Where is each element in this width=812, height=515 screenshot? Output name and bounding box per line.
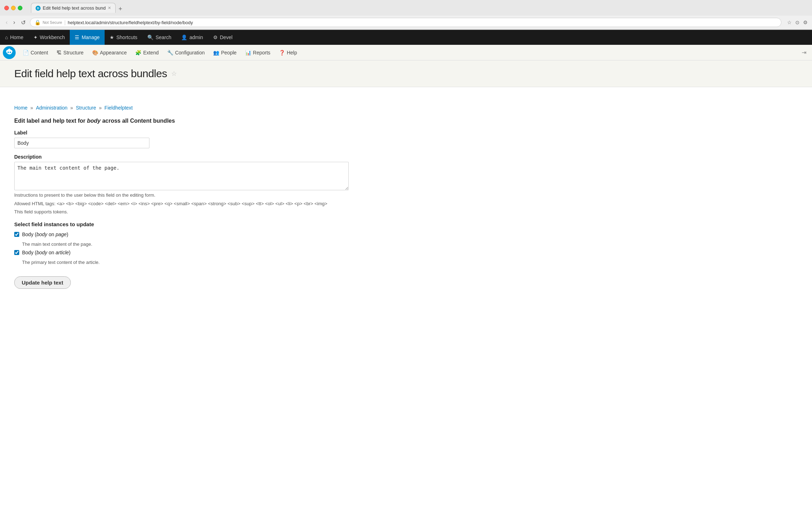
- nav-configuration[interactable]: 🔧 Configuration: [163, 46, 209, 59]
- content-icon: 📄: [23, 50, 29, 55]
- new-tab-button[interactable]: +: [116, 6, 125, 12]
- description-textarea[interactable]: The main text content of the page.: [14, 162, 349, 190]
- active-tab[interactable]: D Edit field help text across bund ✕: [31, 3, 116, 13]
- nav-help[interactable]: ❓ Help: [275, 46, 301, 59]
- body-italic-1: body: [36, 232, 47, 237]
- profile-icon[interactable]: ⊙: [795, 20, 800, 25]
- people-icon: 👥: [213, 50, 219, 55]
- minimize-button[interactable]: [11, 6, 16, 10]
- configuration-icon: 🔧: [167, 50, 173, 55]
- body-italic-2: body: [36, 250, 47, 255]
- svg-point-1: [7, 52, 9, 53]
- checkbox-body-article-description: The primary text content of the article.: [22, 260, 798, 265]
- appearance-icon: 🎨: [92, 50, 98, 55]
- checkbox-body-page[interactable]: [14, 232, 19, 237]
- url-separator: |: [64, 20, 66, 25]
- drupal-logo[interactable]: [3, 46, 16, 59]
- svg-point-2: [10, 52, 11, 53]
- devel-icon: ⚙: [213, 34, 218, 40]
- reports-icon: 📊: [245, 50, 251, 55]
- admin-toolbar: ⌂ Home ✦ Workbench ☰ Manage ★ Shortcuts …: [0, 30, 812, 45]
- toolbar-admin[interactable]: 👤 admin: [176, 30, 208, 45]
- checkbox-body-page-description: The main text content of the page.: [22, 241, 798, 247]
- home-icon: ⌂: [5, 34, 8, 40]
- address-bar[interactable]: 🔒 Not Secure | helptext.local/admin/stru…: [30, 18, 781, 27]
- shortcuts-icon: ★: [110, 34, 114, 40]
- toolbar-home-label: Home: [10, 34, 23, 40]
- browser-title-bar: D Edit field help text across bund ✕ +: [0, 0, 812, 16]
- checkbox-body-page-group: Body (body on page) The main text conten…: [14, 232, 798, 247]
- section-title-prefix: Edit label and help text for: [14, 118, 87, 124]
- bookmark-icon[interactable]: ☆: [787, 20, 792, 25]
- traffic-lights: [4, 6, 22, 10]
- checkbox-body-article[interactable]: [14, 250, 19, 255]
- checkbox-body-article-label[interactable]: Body (body on article): [22, 250, 70, 255]
- checkbox-body-page-item: Body (body on page): [14, 232, 798, 237]
- nav-people[interactable]: 👥 People: [209, 46, 241, 59]
- extend-icon: 🧩: [135, 50, 141, 55]
- description-help-1: Instructions to present to the user belo…: [14, 192, 798, 199]
- forward-button[interactable]: ›: [12, 18, 16, 26]
- url-text[interactable]: helptext.local/admin/structure/fieldhelp…: [68, 20, 777, 25]
- manage-icon: ☰: [75, 34, 79, 40]
- label-input[interactable]: [14, 138, 149, 148]
- page-italic-1: page: [56, 232, 67, 237]
- breadcrumb-sep-1: »: [30, 105, 35, 111]
- checkbox-body-article-item: Body (body on article): [14, 250, 798, 255]
- extensions-icon[interactable]: ⚙: [803, 20, 808, 25]
- main-content: Home » Administration » Structure » Fiel…: [0, 87, 812, 515]
- select-instances-title: Select field instances to update: [14, 221, 798, 227]
- description-form-group: Description The main text content of the…: [14, 154, 798, 216]
- tab-title: Edit field help text across bund: [43, 5, 106, 11]
- toolbar-manage[interactable]: ☰ Manage: [70, 30, 105, 45]
- breadcrumb-structure[interactable]: Structure: [76, 105, 96, 111]
- workbench-icon: ✦: [33, 34, 38, 40]
- secondary-nav-items: 📄 Content 🏗 Structure 🎨 Appearance 🧩 Ext…: [19, 46, 799, 59]
- toolbar-shortcuts[interactable]: ★ Shortcuts: [105, 30, 142, 45]
- article-italic-2: article: [56, 250, 69, 255]
- nav-configuration-label: Configuration: [175, 50, 205, 55]
- nav-content[interactable]: 📄 Content: [19, 46, 52, 59]
- nav-help-label: Help: [287, 50, 297, 55]
- secondary-nav: 📄 Content 🏗 Structure 🎨 Appearance 🧩 Ext…: [0, 45, 812, 60]
- submit-button[interactable]: Update help text: [14, 276, 71, 289]
- description-field-label: Description: [14, 154, 798, 160]
- section-heading: Edit label and help text for body across…: [14, 118, 798, 124]
- toolbar-manage-label: Manage: [81, 34, 100, 40]
- page-title-bar: Edit field help text across bundles ☆: [0, 60, 812, 87]
- toolbar-devel-label: Devel: [220, 34, 233, 40]
- address-bar-row: ‹ › ↺ 🔒 Not Secure | helptext.local/admi…: [0, 16, 812, 30]
- breadcrumb-home[interactable]: Home: [14, 105, 27, 111]
- lock-icon: 🔒: [35, 20, 41, 25]
- checkbox-body-page-label[interactable]: Body (body on page): [22, 232, 68, 237]
- back-button[interactable]: ‹: [4, 18, 9, 26]
- toolbar-workbench[interactable]: ✦ Workbench: [28, 30, 70, 45]
- toolbar-search[interactable]: 🔍 Search: [142, 30, 176, 45]
- tab-close-icon[interactable]: ✕: [108, 6, 111, 10]
- toolbar-workbench-label: Workbench: [40, 34, 65, 40]
- favorite-star-icon[interactable]: ☆: [171, 70, 177, 78]
- nav-content-label: Content: [31, 50, 48, 55]
- nav-reports-label: Reports: [253, 50, 270, 55]
- nav-reports[interactable]: 📊 Reports: [241, 46, 275, 59]
- maximize-button[interactable]: [18, 6, 22, 10]
- nav-appearance[interactable]: 🎨 Appearance: [88, 46, 131, 59]
- structure-icon: 🏗: [57, 50, 62, 55]
- toolbar-devel[interactable]: ⚙ Devel: [208, 30, 238, 45]
- section-title-suffix: across all Content bundles: [101, 118, 175, 124]
- nav-toggle-icon[interactable]: ⇥: [799, 46, 809, 59]
- toolbar-home[interactable]: ⌂ Home: [0, 30, 28, 45]
- breadcrumb: Home » Administration » Structure » Fiel…: [14, 105, 798, 111]
- close-button[interactable]: [4, 6, 9, 10]
- user-icon: 👤: [181, 34, 187, 40]
- label-field-label: Label: [14, 130, 798, 136]
- breadcrumb-admin[interactable]: Administration: [36, 105, 68, 111]
- description-help-3: This field supports tokens.: [14, 208, 798, 216]
- nav-structure[interactable]: 🏗 Structure: [52, 46, 88, 59]
- nav-extend[interactable]: 🧩 Extend: [131, 46, 163, 59]
- toolbar-admin-label: admin: [189, 34, 203, 40]
- reload-button[interactable]: ↺: [20, 18, 27, 27]
- toolbar-search-label: Search: [155, 34, 171, 40]
- breadcrumb-fieldhelptext[interactable]: Fieldhelptext: [105, 105, 133, 111]
- breadcrumb-sep-2: »: [70, 105, 75, 111]
